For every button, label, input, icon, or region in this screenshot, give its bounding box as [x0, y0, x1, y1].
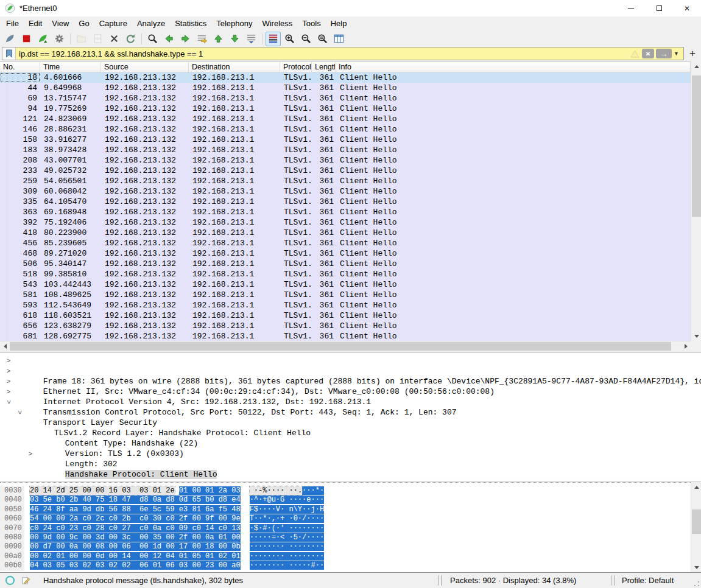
- packet-row[interactable]: 233 49.025732 192.168.213.132 192.168.21…: [0, 166, 691, 176]
- hex-row[interactable]: 0060 54 00 00 2a c0 2c c0 2b c0 30 c0 2f…: [0, 514, 691, 523]
- packet-row[interactable]: 94 19.775269 192.168.213.132 192.168.213…: [0, 103, 691, 114]
- go-back-icon[interactable]: [161, 32, 177, 46]
- go-to-first-packet-icon[interactable]: [211, 32, 226, 46]
- menu-wireless[interactable]: Wireless: [257, 17, 297, 30]
- packet-row[interactable]: 468 89.271020 192.168.213.132 192.168.21…: [0, 248, 691, 259]
- expander-icon[interactable]: [5, 366, 12, 376]
- menu-edit[interactable]: Edit: [24, 17, 47, 30]
- column-header-source[interactable]: Source: [101, 62, 189, 72]
- scroll-up-icon[interactable]: [691, 61, 701, 71]
- go-to-packet-icon[interactable]: [194, 32, 210, 46]
- packet-row[interactable]: 363 69.168948 192.168.213.132 192.168.21…: [0, 207, 691, 217]
- packet-row[interactable]: 208 43.007701 192.168.213.132 192.168.21…: [0, 155, 691, 166]
- hex-scroll-thumb[interactable]: [692, 509, 701, 534]
- filter-apply-button[interactable]: [656, 49, 672, 58]
- resize-columns-icon[interactable]: [331, 32, 347, 46]
- menu-telephony[interactable]: Telephony: [211, 17, 257, 30]
- minimize-button[interactable]: [617, 0, 645, 16]
- packet-list-hscroll-thumb[interactable]: [10, 342, 671, 351]
- column-header-no[interactable]: No.: [0, 62, 40, 72]
- packet-row[interactable]: 259 54.056501 192.168.213.132 192.168.21…: [0, 176, 691, 186]
- packet-row[interactable]: 69 13.715747 192.168.213.132 192.168.213…: [0, 93, 691, 103]
- packet-list-vertical-scrollbar[interactable]: [691, 61, 701, 341]
- maximize-button[interactable]: [645, 0, 673, 16]
- packet-row[interactable]: 593 112.543649 192.168.213.132 192.168.2…: [0, 300, 691, 310]
- stop-capture-icon[interactable]: [19, 32, 34, 46]
- column-header-time[interactable]: Time: [40, 62, 101, 72]
- packet-row[interactable]: 158 33.916277 192.168.213.132 192.168.21…: [0, 135, 691, 145]
- packet-row[interactable]: 121 24.823069 192.168.213.132 192.168.21…: [0, 114, 691, 124]
- filter-dropdown-icon[interactable]: ▼: [674, 51, 682, 57]
- go-forward-icon[interactable]: [178, 32, 193, 46]
- display-filter-input[interactable]: [16, 48, 630, 59]
- packet-row[interactable]: 518 99.385810 192.168.213.132 192.168.21…: [0, 269, 691, 279]
- expander-icon[interactable]: [5, 376, 12, 387]
- detail-line[interactable]: TLSv1.2 Record Layer: Handshake Protocol…: [0, 407, 701, 418]
- expander-icon[interactable]: [5, 387, 12, 397]
- display-filter-field[interactable]: ▼: [2, 47, 684, 60]
- menu-help[interactable]: Help: [326, 17, 352, 30]
- detail-line[interactable]: Ethernet II, Src: VMware_c4:cf:34 (00:0c…: [0, 366, 701, 376]
- packet-row[interactable]: 335 64.105470 192.168.213.132 192.168.21…: [0, 197, 691, 207]
- close-button[interactable]: [673, 0, 701, 16]
- packet-row[interactable]: 681 128.692775 192.168.213.132 192.168.2…: [0, 331, 691, 341]
- menu-analyze[interactable]: Analyze: [132, 17, 170, 30]
- packet-list-scroll-thumb[interactable]: [692, 75, 701, 217]
- hex-vertical-scrollbar[interactable]: [691, 482, 701, 572]
- expander-icon[interactable]: [5, 397, 12, 407]
- packet-row[interactable]: 44 9.649968 192.168.213.132 192.168.213.…: [0, 83, 691, 93]
- hex-row[interactable]: 0030 20 14 2d 25 00 00 16 03 03 01 2e 01…: [0, 486, 691, 495]
- hex-row[interactable]: 0080 00 9d 00 9c 00 3d 00 3c 00 35 00 2f…: [0, 533, 691, 542]
- detail-line[interactable]: Frame 18: 361 bytes on wire (2888 bits),…: [0, 355, 701, 366]
- capture-comment-icon[interactable]: [21, 576, 30, 585]
- detail-line[interactable]: Transport Layer Security: [0, 397, 701, 407]
- packet-row[interactable]: 392 75.192406 192.168.213.132 192.168.21…: [0, 217, 691, 228]
- detail-line[interactable]: Internet Protocol Version 4, Src: 192.16…: [0, 376, 701, 387]
- packet-row[interactable]: 618 118.603521 192.168.213.132 192.168.2…: [0, 310, 691, 321]
- packet-row[interactable]: 18 4.601666 192.168.213.132 192.168.213.…: [0, 72, 691, 83]
- menu-capture[interactable]: Capture: [94, 17, 132, 30]
- menu-file[interactable]: File: [1, 17, 24, 30]
- zoom-100-icon[interactable]: [315, 32, 330, 46]
- column-header-info[interactable]: Info: [336, 62, 691, 72]
- hex-row[interactable]: 00b0 04 03 05 03 02 03 02 02 06 01 06 03…: [0, 561, 691, 570]
- detail-line[interactable]: Transmission Control Protocol, Src Port:…: [0, 387, 701, 397]
- colorize-packets-icon[interactable]: [266, 32, 281, 46]
- resize-grip[interactable]: [694, 581, 699, 586]
- start-capture-icon[interactable]: [2, 32, 18, 46]
- scroll-up-icon[interactable]: [691, 482, 701, 492]
- detail-line[interactable]: Version: TLS 1.2 (0x0303): [0, 428, 701, 438]
- packet-row[interactable]: 581 108.489625 192.168.213.132 192.168.2…: [0, 290, 691, 300]
- detail-line[interactable]: Content Type: Handshake (22): [0, 418, 701, 428]
- capture-options-icon[interactable]: [52, 32, 67, 46]
- packet-row[interactable]: 543 103.442443 192.168.213.132 192.168.2…: [0, 279, 691, 290]
- expander-icon[interactable]: [27, 449, 34, 459]
- scroll-down-icon[interactable]: [691, 331, 701, 341]
- detail-line[interactable]: Length: 302: [0, 438, 701, 449]
- packet-row[interactable]: 456 85.239605 192.168.213.132 192.168.21…: [0, 238, 691, 248]
- menu-view[interactable]: View: [47, 17, 74, 30]
- packet-row[interactable]: 418 80.223900 192.168.213.132 192.168.21…: [0, 228, 691, 238]
- packet-list-horizontal-scrollbar[interactable]: [0, 341, 691, 351]
- zoom-in-icon[interactable]: [282, 32, 297, 46]
- status-profile[interactable]: Profile: Default: [615, 576, 701, 585]
- detail-line[interactable]: Handshake Protocol: Client Hello: [0, 449, 701, 459]
- hex-row[interactable]: 0090 00 d7 00 0a 00 08 00 06 00 1d 00 17…: [0, 542, 691, 551]
- zoom-out-icon[interactable]: [298, 32, 314, 46]
- packet-row[interactable]: 183 38.973428 192.168.213.132 192.168.21…: [0, 145, 691, 155]
- menu-go[interactable]: Go: [74, 17, 94, 30]
- scroll-left-icon[interactable]: [0, 341, 10, 351]
- auto-scroll-icon[interactable]: [244, 32, 259, 46]
- add-filter-button[interactable]: +: [686, 47, 699, 60]
- hex-row[interactable]: 0050 46 24 8f aa 9d db 56 88 6e 5c 59 e3…: [0, 505, 691, 514]
- restart-capture-icon[interactable]: [35, 32, 51, 46]
- filter-clear-button[interactable]: [642, 49, 654, 58]
- menu-statistics[interactable]: Statistics: [170, 17, 211, 30]
- close-file-icon[interactable]: [107, 32, 122, 46]
- packet-row[interactable]: 146 28.886231 192.168.213.132 192.168.21…: [0, 124, 691, 135]
- reload-icon[interactable]: [123, 32, 138, 46]
- filter-bookmark-icon[interactable]: [2, 47, 16, 60]
- column-header-length[interactable]: Length: [312, 62, 336, 72]
- column-header-destination[interactable]: Destination: [189, 62, 280, 72]
- expert-info-icon[interactable]: [5, 576, 15, 585]
